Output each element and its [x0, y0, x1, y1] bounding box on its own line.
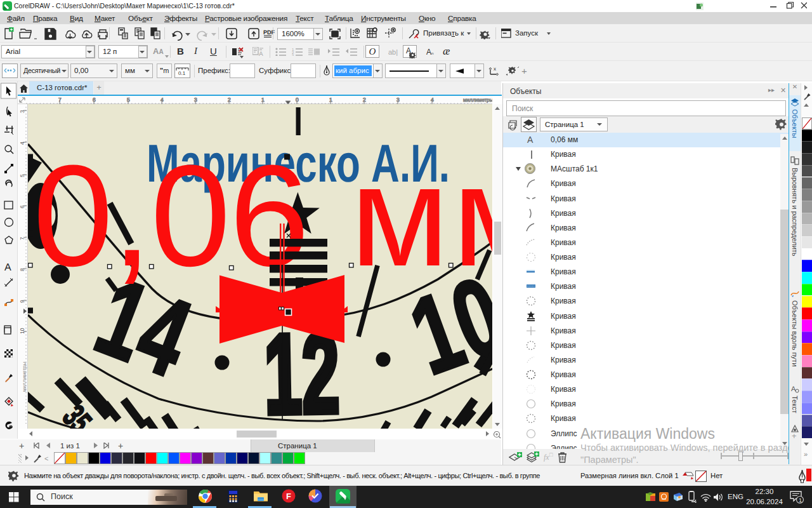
- svg-text:A: A: [4, 262, 11, 273]
- svg-text:5: 5: [127, 97, 130, 103]
- svg-text:2: 2: [363, 97, 366, 103]
- svg-text:миллиметры: миллиметры: [22, 361, 27, 392]
- svg-text:1: 1: [261, 97, 265, 103]
- svg-text:2: 2: [228, 97, 231, 103]
- svg-text:1: 1: [799, 497, 802, 504]
- svg-text:6: 6: [93, 97, 96, 103]
- svg-text:1: 1: [329, 97, 332, 103]
- svg-text:3: 3: [194, 97, 197, 103]
- svg-text:0.1: 0.1: [178, 70, 186, 76]
- svg-text:0: 0: [296, 97, 299, 103]
- svg-text:A: A: [259, 51, 263, 57]
- svg-text:0,06: 0,06: [33, 136, 308, 297]
- svg-text:3: 3: [396, 97, 400, 103]
- svg-text:мм: мм: [350, 136, 492, 297]
- svg-text:3: 3: [292, 54, 294, 56]
- svg-text:10: 10: [19, 328, 25, 334]
- svg-text:миллиметры: миллиметры: [463, 97, 492, 103]
- svg-text:4: 4: [431, 97, 434, 103]
- svg-text:F: F: [286, 491, 291, 501]
- svg-text:A: A: [791, 385, 796, 393]
- svg-text:x: x: [494, 66, 496, 72]
- svg-text:4: 4: [160, 97, 164, 103]
- svg-text:7: 7: [58, 97, 62, 103]
